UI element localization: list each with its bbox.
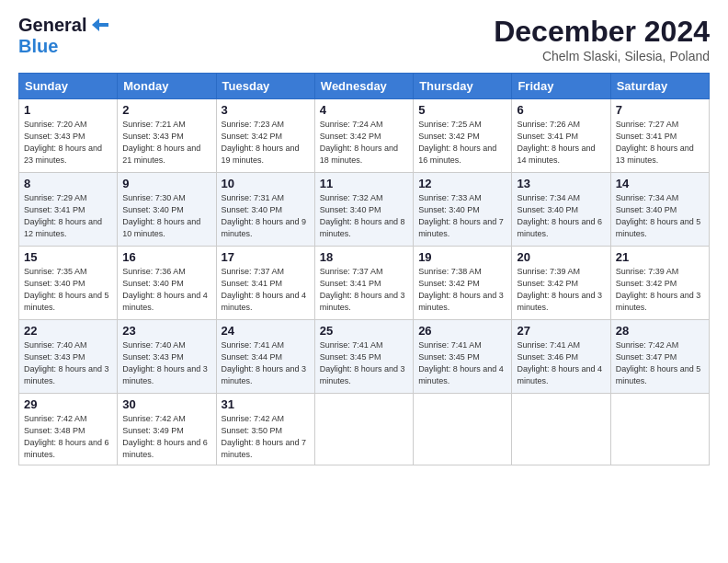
day-number: 14 <box>616 177 704 190</box>
day-info: Sunrise: 7:41 AMSunset: 3:44 PMDaylight:… <box>222 339 310 387</box>
calendar-cell: 13Sunrise: 7:34 AMSunset: 3:40 PMDayligh… <box>512 173 610 247</box>
day-info: Sunrise: 7:40 AMSunset: 3:43 PMDaylight:… <box>122 339 210 387</box>
calendar-cell <box>314 394 413 465</box>
calendar-table: SundayMondayTuesdayWednesdayThursdayFrid… <box>18 73 710 465</box>
column-header-tuesday: Tuesday <box>216 74 314 99</box>
day-number: 10 <box>222 177 310 190</box>
calendar-cell: 6Sunrise: 7:26 AMSunset: 3:41 PMDaylight… <box>512 99 610 173</box>
day-info: Sunrise: 7:34 AMSunset: 3:40 PMDaylight:… <box>616 192 704 240</box>
day-number: 18 <box>320 250 408 264</box>
day-number: 15 <box>24 250 112 264</box>
day-info: Sunrise: 7:39 AMSunset: 3:42 PMDaylight:… <box>616 266 704 314</box>
day-number: 1 <box>24 103 112 117</box>
logo: General Blue <box>18 15 108 57</box>
day-number: 29 <box>24 397 112 411</box>
day-number: 3 <box>222 103 310 117</box>
day-number: 23 <box>122 324 210 338</box>
calendar-cell: 23Sunrise: 7:40 AMSunset: 3:43 PMDayligh… <box>118 320 216 394</box>
day-number: 25 <box>320 324 408 338</box>
week-row-1: 1Sunrise: 7:20 AMSunset: 3:43 PMDaylight… <box>19 99 710 173</box>
calendar-cell <box>512 394 610 465</box>
day-number: 30 <box>122 397 210 411</box>
day-info: Sunrise: 7:42 AMSunset: 3:50 PMDaylight:… <box>222 413 310 461</box>
calendar-cell: 9Sunrise: 7:30 AMSunset: 3:40 PMDaylight… <box>118 173 216 247</box>
calendar-cell: 16Sunrise: 7:36 AMSunset: 3:40 PMDayligh… <box>118 247 216 320</box>
day-info: Sunrise: 7:35 AMSunset: 3:40 PMDaylight:… <box>24 266 112 314</box>
calendar-cell: 11Sunrise: 7:32 AMSunset: 3:40 PMDayligh… <box>314 173 413 247</box>
day-info: Sunrise: 7:34 AMSunset: 3:40 PMDaylight:… <box>517 192 605 240</box>
calendar-cell: 1Sunrise: 7:20 AMSunset: 3:43 PMDaylight… <box>19 99 118 173</box>
column-header-wednesday: Wednesday <box>314 74 413 99</box>
day-info: Sunrise: 7:40 AMSunset: 3:43 PMDaylight:… <box>24 339 112 387</box>
logo-blue: Blue <box>18 36 58 56</box>
day-info: Sunrise: 7:41 AMSunset: 3:46 PMDaylight:… <box>517 339 605 387</box>
column-header-thursday: Thursday <box>414 74 512 99</box>
day-info: Sunrise: 7:37 AMSunset: 3:41 PMDaylight:… <box>320 266 408 314</box>
day-info: Sunrise: 7:23 AMSunset: 3:42 PMDaylight:… <box>222 119 310 167</box>
location: Chelm Slaski, Silesia, Poland <box>494 49 710 63</box>
logo-general: General <box>18 15 86 36</box>
calendar-cell: 4Sunrise: 7:24 AMSunset: 3:42 PMDaylight… <box>314 99 413 173</box>
day-info: Sunrise: 7:26 AMSunset: 3:41 PMDaylight:… <box>517 119 605 167</box>
day-info: Sunrise: 7:31 AMSunset: 3:40 PMDaylight:… <box>222 192 310 240</box>
day-number: 4 <box>320 103 408 117</box>
day-info: Sunrise: 7:33 AMSunset: 3:40 PMDaylight:… <box>418 192 506 240</box>
calendar-cell: 15Sunrise: 7:35 AMSunset: 3:40 PMDayligh… <box>19 247 118 320</box>
day-info: Sunrise: 7:29 AMSunset: 3:41 PMDaylight:… <box>24 192 112 240</box>
calendar-cell: 22Sunrise: 7:40 AMSunset: 3:43 PMDayligh… <box>19 320 118 394</box>
week-row-5: 29Sunrise: 7:42 AMSunset: 3:48 PMDayligh… <box>19 394 710 465</box>
week-row-2: 8Sunrise: 7:29 AMSunset: 3:41 PMDaylight… <box>19 173 710 247</box>
day-number: 26 <box>418 324 506 338</box>
calendar-cell: 26Sunrise: 7:41 AMSunset: 3:45 PMDayligh… <box>414 320 512 394</box>
day-number: 9 <box>122 177 210 190</box>
day-info: Sunrise: 7:37 AMSunset: 3:41 PMDaylight:… <box>222 266 310 314</box>
calendar-cell: 17Sunrise: 7:37 AMSunset: 3:41 PMDayligh… <box>216 247 314 320</box>
calendar-cell: 30Sunrise: 7:42 AMSunset: 3:49 PMDayligh… <box>118 394 216 465</box>
day-number: 31 <box>222 397 310 411</box>
day-number: 27 <box>517 324 605 338</box>
title-area: December 2024 Chelm Slaski, Silesia, Pol… <box>494 15 710 63</box>
day-info: Sunrise: 7:42 AMSunset: 3:48 PMDaylight:… <box>24 413 112 461</box>
calendar-cell: 19Sunrise: 7:38 AMSunset: 3:42 PMDayligh… <box>414 247 512 320</box>
day-number: 11 <box>320 177 408 190</box>
day-info: Sunrise: 7:30 AMSunset: 3:40 PMDaylight:… <box>122 192 210 240</box>
day-info: Sunrise: 7:21 AMSunset: 3:43 PMDaylight:… <box>122 119 210 167</box>
column-header-sunday: Sunday <box>19 74 118 99</box>
day-number: 6 <box>517 103 605 117</box>
header-row: SundayMondayTuesdayWednesdayThursdayFrid… <box>19 74 710 99</box>
page: General Blue December 2024 Chelm Slaski,… <box>0 0 728 563</box>
day-number: 21 <box>616 250 704 264</box>
day-number: 19 <box>418 250 506 264</box>
column-header-saturday: Saturday <box>610 74 709 99</box>
week-row-4: 22Sunrise: 7:40 AMSunset: 3:43 PMDayligh… <box>19 320 710 394</box>
day-number: 24 <box>222 324 310 338</box>
day-info: Sunrise: 7:41 AMSunset: 3:45 PMDaylight:… <box>320 339 408 387</box>
day-number: 22 <box>24 324 112 338</box>
calendar-cell: 8Sunrise: 7:29 AMSunset: 3:41 PMDaylight… <box>19 173 118 247</box>
calendar-cell: 20Sunrise: 7:39 AMSunset: 3:42 PMDayligh… <box>512 247 610 320</box>
column-header-friday: Friday <box>512 74 610 99</box>
calendar-cell: 24Sunrise: 7:41 AMSunset: 3:44 PMDayligh… <box>216 320 314 394</box>
day-info: Sunrise: 7:41 AMSunset: 3:45 PMDaylight:… <box>418 339 506 387</box>
calendar-cell: 10Sunrise: 7:31 AMSunset: 3:40 PMDayligh… <box>216 173 314 247</box>
day-number: 20 <box>517 250 605 264</box>
calendar-cell: 2Sunrise: 7:21 AMSunset: 3:43 PMDaylight… <box>118 99 216 173</box>
logo-bird-icon <box>88 17 108 33</box>
calendar-cell: 25Sunrise: 7:41 AMSunset: 3:45 PMDayligh… <box>314 320 413 394</box>
day-number: 13 <box>517 177 605 190</box>
calendar-cell: 29Sunrise: 7:42 AMSunset: 3:48 PMDayligh… <box>19 394 118 465</box>
calendar-cell: 5Sunrise: 7:25 AMSunset: 3:42 PMDaylight… <box>414 99 512 173</box>
day-info: Sunrise: 7:36 AMSunset: 3:40 PMDaylight:… <box>122 266 210 314</box>
calendar-cell: 3Sunrise: 7:23 AMSunset: 3:42 PMDaylight… <box>216 99 314 173</box>
day-number: 8 <box>24 177 112 190</box>
month-title: December 2024 <box>494 15 710 49</box>
day-info: Sunrise: 7:25 AMSunset: 3:42 PMDaylight:… <box>418 119 506 167</box>
calendar-cell: 27Sunrise: 7:41 AMSunset: 3:46 PMDayligh… <box>512 320 610 394</box>
day-number: 16 <box>122 250 210 264</box>
header: General Blue December 2024 Chelm Slaski,… <box>18 15 710 63</box>
day-info: Sunrise: 7:42 AMSunset: 3:49 PMDaylight:… <box>122 413 210 461</box>
calendar-cell: 21Sunrise: 7:39 AMSunset: 3:42 PMDayligh… <box>610 247 709 320</box>
day-info: Sunrise: 7:24 AMSunset: 3:42 PMDaylight:… <box>320 119 408 167</box>
day-info: Sunrise: 7:27 AMSunset: 3:41 PMDaylight:… <box>616 119 704 167</box>
week-row-3: 15Sunrise: 7:35 AMSunset: 3:40 PMDayligh… <box>19 247 710 320</box>
